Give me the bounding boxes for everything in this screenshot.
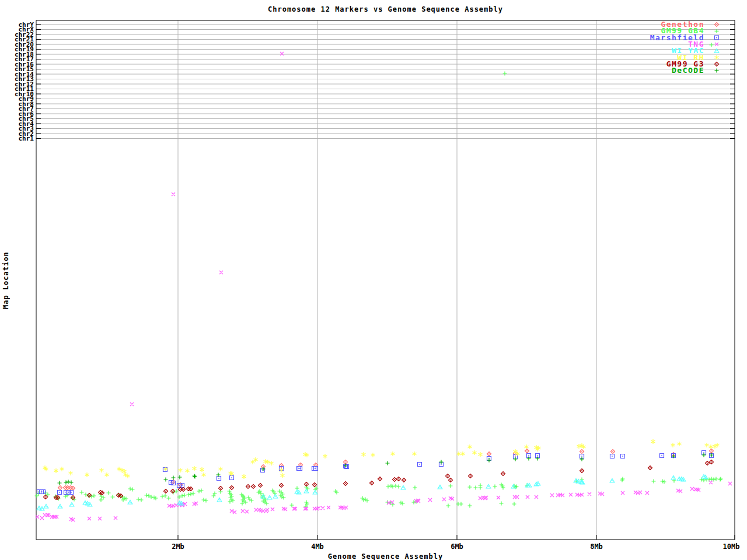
series-wi-rh [43,439,720,479]
series-marshfield [37,451,714,495]
legend: GenethonGM99 GB4MarshfieldTNGWI YACWI RH… [650,20,719,75]
series-decode [58,453,714,485]
x-tick-label-6Mb: 6Mb [451,542,463,551]
series-tng [36,52,732,522]
data-points [35,43,732,522]
axis-ticks [36,24,735,540]
x-tick-label-10Mb: 10Mb [723,542,740,551]
y-tick-label-chr1: chr1 [19,135,34,142]
plot-border [36,20,735,540]
legend-glyph-dot-gm99-g3 [716,64,717,65]
y-axis-label: Map Location [2,251,10,309]
series-genethon [58,449,714,491]
plot-canvas: chrYchrXchr22chr21chr20chr19chr18chr17ch… [0,0,747,560]
chromosome-marker-plot: Chromosome 12 Markers vs Genome Sequence… [0,0,747,560]
gridlines [36,20,735,540]
x-tick-label-2Mb: 2Mb [172,542,184,551]
legend-glyph-dot-genethon [716,24,717,25]
legend-glyph-dot-wi-yac [716,50,717,51]
series-wi-yac [37,475,708,511]
x-tick-label-8Mb: 8Mb [590,542,603,551]
series-gm99-gb4 [35,43,723,509]
x-tick-label-4Mb: 4Mb [311,542,324,551]
legend-glyph-dot-marshfield [716,37,717,38]
legend-label-decode: DeCODE [672,66,704,75]
x-axis-label: Genome Sequence Assembly [36,552,735,560]
